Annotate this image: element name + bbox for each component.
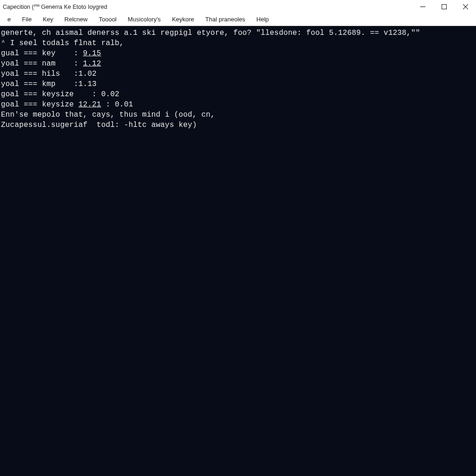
menu-item-file[interactable]: File	[16, 14, 37, 25]
terminal-line: yoal === nam : 1.12	[1, 59, 475, 69]
terminal-line: ᴬ I seel todals flnat ralb,	[1, 38, 475, 48]
terminal-line: goal === keysize : 0.02	[1, 89, 475, 99]
terminal-output[interactable]: generte, ch aismal denerss a.1 ski regpi…	[0, 26, 476, 476]
terminal-line: yoal === hils :1.02	[1, 69, 475, 79]
terminal-line: goal === keysize 12.21 : 0.01	[1, 99, 475, 110]
menu-item-thal-praneoles[interactable]: Thal praneoles	[200, 14, 251, 25]
terminal-line: Zucapessul.sugeriaf todl: -hltc aways ke…	[1, 120, 475, 130]
minimize-icon	[420, 4, 425, 9]
window-controls	[412, 0, 476, 13]
maximize-icon	[442, 4, 447, 9]
terminal-line: yoal === kmp :1.13	[1, 79, 475, 89]
svg-rect-1	[442, 4, 446, 9]
window-title: Capecition (ᴾᴹ Generra Ke Etoto Ioygred	[3, 3, 107, 10]
window-titlebar: Capecition (ᴾᴹ Generra Ke Etoto Ioygred	[0, 0, 476, 13]
terminal-line: Enn'se mepolo that, cays, thus mind i (o…	[1, 110, 475, 120]
terminal-line: generte, ch aismal denerss a.1 ski regpi…	[1, 28, 475, 38]
menu-item-relcnew[interactable]: Relcnew	[59, 14, 93, 25]
menu-item-help[interactable]: Help	[251, 14, 275, 25]
minimize-button[interactable]	[412, 0, 433, 13]
close-icon	[463, 4, 468, 9]
terminal-line: gual === key : 9.15	[1, 48, 475, 59]
menu-item-tooool[interactable]: Tooool	[93, 14, 122, 25]
menu-item-musicolory[interactable]: Musicolory's	[122, 14, 166, 25]
menu-bar: e File Key Relcnew Tooool Musicolory's K…	[0, 13, 476, 26]
menu-item-keykore[interactable]: Keykore	[166, 14, 200, 25]
menu-item-e[interactable]: e	[2, 14, 16, 25]
maximize-button[interactable]	[433, 0, 455, 13]
menu-item-key[interactable]: Key	[37, 14, 59, 25]
close-button[interactable]	[455, 0, 476, 13]
